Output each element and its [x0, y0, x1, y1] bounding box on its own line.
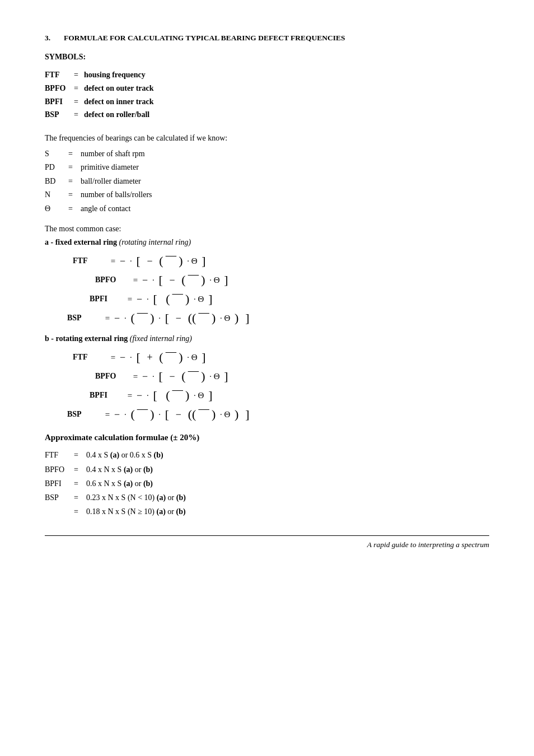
bpfi-label: BPFI	[90, 295, 123, 304]
abbr-row-bpfo: BPFO = defect on outer track	[45, 82, 489, 95]
approx-row-ftf: FTF = 0.4 x S (a) or 0.6 x S (b)	[45, 448, 489, 462]
approx-row-bpfi: BPFI = 0.6 x N x S (a) or (b)	[45, 477, 489, 491]
case-b-bold: b - rotating external ring	[45, 334, 128, 343]
ftf-b-label: FTF	[73, 353, 106, 362]
approx-key-bsp: BSP	[45, 491, 74, 505]
approx-eq-bpfo: =	[74, 463, 86, 477]
abbr-val-bsp: defect on roller/ball	[84, 108, 149, 122]
section-title: 3. FORMULAE FOR CALCULATING TYPICAL BEAR…	[45, 34, 489, 43]
approx-val-bpfi: 0.6 x N x S (a) or (b)	[86, 477, 153, 491]
bpfi-b-label: BPFI	[90, 391, 123, 400]
var-eq-s: =	[68, 147, 81, 161]
approx-table: FTF = 0.4 x S (a) or 0.6 x S (b) BPFO = …	[45, 448, 489, 519]
abbr-eq-bpfi: =	[74, 95, 84, 109]
variables-table: S = number of shaft rpm PD = primitive d…	[45, 147, 489, 216]
formula-b-bpfi: BPFI = − · [ ( ) · Θ ]	[90, 388, 489, 403]
approx-eq-bpfi: =	[74, 477, 86, 491]
abbr-val-bpfi: defect on inner track	[84, 95, 154, 109]
common-case-label: The most common case:	[45, 225, 489, 234]
bpfo-b-label: BPFO	[95, 372, 129, 381]
abbr-eq-bsp: =	[74, 108, 84, 122]
var-val-bd: ball/roller diameter	[81, 175, 141, 189]
formula-b-bsp: BSP = − · ( ) · [ − (( ) · Θ ) ]	[67, 407, 489, 422]
case-b-formulas: FTF = − · [ + ( ) · Θ ] BPFO = − · [ − (…	[62, 350, 489, 422]
approx-indent-eq: =	[74, 505, 86, 519]
approx-key-bpfi: BPFI	[45, 477, 74, 491]
var-eq-n: =	[68, 188, 81, 202]
approx-row-bpfo: BPFO = 0.4 x N x S (a) or (b)	[45, 463, 489, 477]
var-row-pd: PD = primitive diameter	[45, 161, 489, 175]
var-key-bd: BD	[45, 175, 68, 189]
abbr-row-bsp: BSP = defect on roller/ball	[45, 108, 489, 122]
case-b-note: (fixed internal ring)	[130, 334, 192, 343]
approx-eq-bsp: =	[74, 491, 86, 505]
var-key-theta: Θ	[45, 202, 68, 216]
approx-key-bpfo: BPFO	[45, 463, 74, 477]
approx-val-bsp-1: 0.23 x N x S (N < 10) (a) or (b)	[86, 491, 186, 505]
bsp-label: BSP	[67, 314, 101, 323]
abbr-eq-ftf: =	[74, 68, 84, 82]
formula-b-ftf: FTF = − · [ + ( ) · Θ ]	[73, 350, 489, 365]
section-number: 3.	[45, 34, 58, 43]
section-heading: FORMULAE FOR CALCULATING TYPICAL BEARING…	[64, 34, 345, 43]
approx-eq-ftf: =	[74, 448, 86, 462]
case-a-bold: a - fixed external ring	[45, 238, 117, 246]
abbr-key-ftf: FTF	[45, 68, 74, 82]
footer-text: A rapid guide to interpreting a spectrum	[367, 540, 489, 549]
formula-a-bsp: BSP = − · ( ) · [ − (( ) · Θ ) ]	[67, 311, 489, 325]
bpfo-label: BPFO	[95, 276, 129, 284]
var-key-s: S	[45, 147, 68, 161]
var-key-pd: PD	[45, 161, 68, 175]
case-b-label: b - rotating external ring (fixed intern…	[45, 334, 489, 343]
approx-val-bpfo: 0.4 x N x S (a) or (b)	[86, 463, 153, 477]
abbr-key-bsp: BSP	[45, 108, 74, 122]
footer: A rapid guide to interpreting a spectrum	[45, 535, 489, 549]
formula-a-ftf: FTF = − · [ − ( ) · Θ ]	[73, 254, 489, 268]
var-row-n: N = number of balls/rollers	[45, 188, 489, 202]
formula-b-bpfo: BPFO = − · [ − ( ) · Θ ]	[95, 369, 489, 384]
symbols-label: SYMBOLS:	[45, 53, 489, 62]
abbr-row-bpfi: BPFI = defect on inner track	[45, 95, 489, 109]
var-val-pd: primitive diameter	[81, 161, 139, 175]
case-a-formulas: FTF = − · [ − ( ) · Θ ] BPFO = − · [ − (…	[62, 254, 489, 325]
abbr-key-bpfo: BPFO	[45, 82, 74, 95]
approx-key-ftf: FTF	[45, 448, 74, 462]
approx-val-ftf: 0.4 x S (a) or 0.6 x S (b)	[86, 448, 163, 462]
formula-a-bpfi: BPFI = − · [ ( ) · Θ ]	[90, 292, 489, 306]
abbr-val-bpfo: defect on outer track	[84, 82, 154, 95]
var-key-n: N	[45, 188, 68, 202]
abbr-val-ftf: housing frequency	[84, 68, 146, 82]
var-eq-theta: =	[68, 202, 81, 216]
var-row-theta: Θ = angle of contact	[45, 202, 489, 216]
case-a-note: (rotating internal ring)	[119, 238, 191, 246]
approx-row-bsp-2: BSP = 0.18 x N x S (N ≥ 10) (a) or (b)	[45, 505, 489, 519]
approx-title: Approximate calculation formulae (± 20%)	[45, 433, 489, 442]
abbr-key-bpfi: BPFI	[45, 95, 74, 109]
formula-a-bpfo: BPFO = − · [ − ( ) · Θ ]	[95, 273, 489, 287]
ftf-label: FTF	[73, 256, 106, 265]
case-a-label: a - fixed external ring (rotating intern…	[45, 238, 489, 247]
var-row-s: S = number of shaft rpm	[45, 147, 489, 161]
intro-text: The frequencies of bearings can be calcu…	[45, 132, 489, 145]
var-eq-bd: =	[68, 175, 81, 189]
var-row-bd: BD = ball/roller diameter	[45, 175, 489, 189]
abbr-eq-bpfo: =	[74, 82, 84, 95]
bsp-b-label: BSP	[67, 410, 101, 419]
approx-val-bsp-2: 0.18 x N x S (N ≥ 10) (a) or (b)	[86, 505, 186, 519]
var-eq-pd: =	[68, 161, 81, 175]
abbreviations-table: FTF = housing frequency BPFO = defect on…	[45, 68, 489, 122]
var-val-theta: angle of contact	[81, 202, 130, 216]
var-val-s: number of shaft rpm	[81, 147, 145, 161]
var-val-n: number of balls/rollers	[81, 188, 152, 202]
approx-row-bsp-1: BSP = 0.23 x N x S (N < 10) (a) or (b)	[45, 491, 489, 505]
abbr-row-ftf: FTF = housing frequency	[45, 68, 489, 82]
